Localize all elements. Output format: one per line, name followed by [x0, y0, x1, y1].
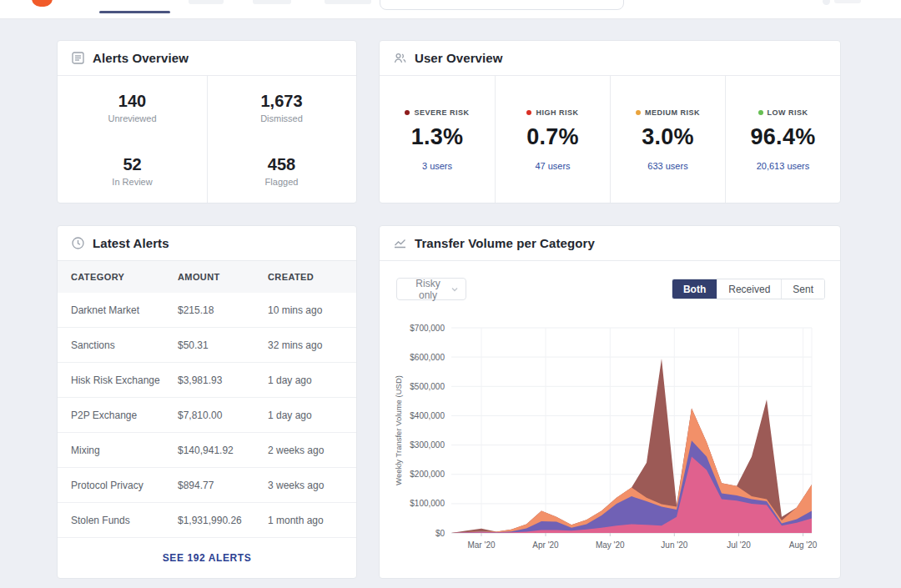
svg-text:Jul '20: Jul '20 — [727, 540, 751, 550]
card-header: Transfer Volume per Category — [380, 226, 840, 261]
cell-amount: $50.31 — [178, 339, 268, 351]
svg-text:$400,000: $400,000 — [410, 411, 445, 420]
alert-stat: 458 Flagged — [207, 139, 356, 203]
table-row[interactable]: Protocol Privacy $894.77 3 weeks ago — [58, 468, 356, 503]
risk-dot-icon — [526, 110, 531, 115]
top-nav — [0, 0, 901, 19]
cell-amount: $215.18 — [178, 304, 268, 316]
trend-chart-icon — [393, 236, 407, 250]
toggle-both[interactable]: Both — [672, 279, 717, 299]
svg-text:$600,000: $600,000 — [410, 353, 445, 362]
risky-filter-dropdown[interactable]: Risky only — [396, 278, 466, 300]
column-header: CATEGORY — [71, 272, 178, 282]
risk-users-link[interactable]: 633 users — [647, 161, 687, 171]
user-risk-stat: LOW RISK 96.4% 20,613 users — [725, 76, 840, 203]
risk-percent: 3.0% — [642, 124, 694, 150]
cell-amount: $7,810.00 — [178, 410, 268, 421]
user-risk-stat: SEVERE RISK 1.3% 3 users — [380, 76, 495, 203]
cell-category: Protocol Privacy — [71, 480, 178, 491]
table-row[interactable]: P2P Exchange $7,810.00 1 day ago — [58, 398, 356, 433]
cell-category: Hisk Risk Exchange — [71, 374, 178, 386]
cell-created: 1 day ago — [268, 374, 343, 386]
svg-text:Aug '20: Aug '20 — [789, 540, 818, 550]
table-row[interactable]: Darknet Market $215.18 10 mins ago — [58, 293, 356, 328]
svg-text:$700,000: $700,000 — [410, 324, 445, 333]
user-risk-stat: HIGH RISK 0.7% 47 users — [495, 76, 610, 203]
svg-text:$0: $0 — [435, 529, 445, 538]
cell-amount: $140,941.92 — [178, 445, 268, 456]
alert-stat-value: 140 — [118, 92, 146, 111]
svg-text:$300,000: $300,000 — [410, 440, 445, 450]
card-title: User Overview — [415, 51, 503, 65]
card-title: Alerts Overview — [93, 51, 189, 65]
risk-label: HIGH RISK — [536, 108, 578, 117]
table-header: CATEGORY AMOUNT CREATED — [58, 261, 356, 293]
svg-text:May '20: May '20 — [596, 540, 625, 550]
card-title: Transfer Volume per Category — [415, 236, 595, 250]
active-tab-indicator — [99, 11, 170, 13]
svg-text:Mar '20: Mar '20 — [467, 540, 495, 550]
cell-created: 10 mins ago — [268, 304, 343, 316]
cell-amount: $894.77 — [178, 480, 268, 491]
cell-category: Mixing — [71, 445, 178, 456]
app-logo[interactable] — [32, 0, 53, 7]
risk-percent: 0.7% — [526, 124, 579, 150]
risk-label: LOW RISK — [768, 108, 808, 117]
risk-users-link[interactable]: 20,613 users — [757, 161, 810, 171]
alerts-overview-grid: 140 Unreviewed 1,673 Dismissed 52 In Rev… — [58, 76, 356, 203]
cell-category: P2P Exchange — [71, 410, 178, 421]
nav-item[interactable] — [189, 0, 224, 4]
risk-dot-icon — [636, 110, 641, 115]
card-header: Alerts Overview — [58, 41, 356, 76]
nav-item[interactable] — [325, 0, 371, 4]
user-menu[interactable] — [823, 0, 861, 6]
cell-amount: $1,931,990.26 — [178, 515, 268, 526]
table-row[interactable]: Sanctions $50.31 32 mins ago — [58, 328, 356, 363]
cell-category: Stolen Funds — [71, 515, 178, 526]
column-header: CREATED — [268, 272, 343, 282]
cell-category: Sanctions — [71, 339, 178, 351]
svg-text:$200,000: $200,000 — [410, 470, 445, 479]
alert-stat-value: 458 — [268, 155, 295, 174]
alert-stat-value: 52 — [123, 155, 141, 174]
search-input[interactable] — [380, 0, 624, 10]
latest-alerts-card: Latest Alerts CATEGORY AMOUNT CREATED Da… — [57, 225, 357, 579]
alerts-overview-card: Alerts Overview 140 Unreviewed 1,673 Dis… — [57, 40, 357, 204]
cell-created: 3 weeks ago — [268, 480, 343, 491]
risk-users-link[interactable]: 47 users — [535, 161, 570, 171]
see-all-alerts-link[interactable]: SEE 192 ALERTS — [163, 552, 252, 564]
table-row[interactable]: Mixing $140,941.92 2 weeks ago — [58, 433, 356, 468]
svg-text:$100,000: $100,000 — [410, 499, 445, 508]
user-overview-card: User Overview SEVERE RISK 1.3% 3 users H… — [379, 40, 841, 204]
user-risk-stat: MEDIUM RISK 3.0% 633 users — [610, 76, 725, 203]
clock-icon — [71, 236, 85, 250]
svg-text:Weekly Transfer Volume (USD): Weekly Transfer Volume (USD) — [394, 375, 403, 485]
table-row[interactable]: Hisk Risk Exchange $3,981.93 1 day ago — [58, 363, 356, 398]
risk-users-link[interactable]: 3 users — [422, 161, 452, 171]
cell-created: 1 day ago — [268, 410, 343, 421]
svg-text:Apr '20: Apr '20 — [532, 540, 559, 550]
cell-created: 2 weeks ago — [268, 445, 343, 456]
table-body: Darknet Market $215.18 10 mins ago Sanct… — [58, 293, 356, 538]
risk-label: MEDIUM RISK — [645, 108, 700, 117]
table-row[interactable]: Stolen Funds $1,931,990.26 1 month ago — [58, 503, 356, 538]
toggle-sent[interactable]: Sent — [781, 279, 824, 299]
cell-category: Darknet Market — [71, 304, 178, 316]
nav-item[interactable] — [253, 0, 291, 4]
dashboard-page: Alerts Overview 140 Unreviewed 1,673 Dis… — [0, 0, 901, 588]
cell-created: 1 month ago — [268, 515, 343, 526]
card-header: User Overview — [380, 41, 840, 76]
avatar — [823, 0, 830, 5]
alert-stat-label: In Review — [112, 177, 152, 187]
alert-stat: 1,673 Dismissed — [207, 76, 356, 139]
volume-direction-toggle: Both Received Sent — [672, 279, 825, 299]
toggle-received[interactable]: Received — [717, 279, 781, 299]
table-footer: SEE 192 ALERTS — [58, 538, 356, 578]
risk-label: SEVERE RISK — [414, 108, 469, 117]
alert-stat-label: Flagged — [265, 177, 299, 187]
card-header: Latest Alerts — [58, 226, 356, 261]
svg-text:Jun '20: Jun '20 — [661, 540, 687, 550]
risk-percent: 1.3% — [411, 124, 464, 150]
alert-stat: 52 In Review — [58, 139, 207, 203]
risk-dot-icon — [405, 110, 410, 115]
